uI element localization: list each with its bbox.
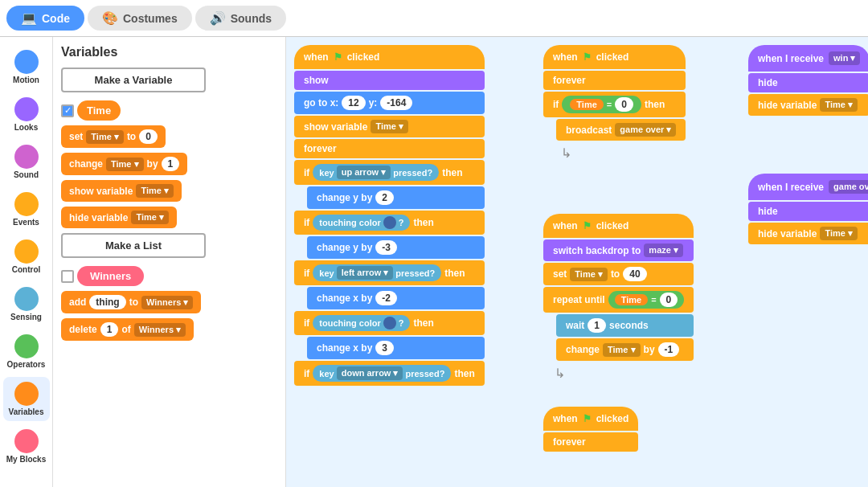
time-checkbox[interactable]: ✓	[61, 104, 74, 117]
repeat-until-block[interactable]: repeat until Time = 0	[543, 287, 694, 313]
set-time-dropdown[interactable]: Time ▾	[86, 130, 124, 144]
show-block[interactable]: show	[294, 71, 485, 90]
when-clicked-hat-3[interactable]: when ⚑ clicked	[543, 214, 694, 238]
show-variable-time-block[interactable]: show variable Time ▾	[294, 116, 485, 137]
forever-block-1[interactable]: forever	[294, 139, 485, 158]
group-forever-bottom: when ⚑ clicked forever	[543, 407, 638, 452]
flag-icon-2: ⚑	[583, 51, 592, 63]
group-main-movement: when ⚑ clicked show go to x: 12 y: -164 …	[294, 45, 485, 386]
change-y-2-block[interactable]: change y by 2	[307, 186, 485, 209]
show-variable-dropdown[interactable]: Time ▾	[136, 184, 174, 198]
if-touching-color-2-block[interactable]: if touching color ? then	[294, 311, 485, 335]
code-canvas[interactable]: when ⚑ clicked show go to x: 12 y: -164 …	[286, 37, 868, 487]
change-x-3-block[interactable]: change x by 3	[307, 337, 485, 359]
time-variable-block[interactable]: Time	[77, 100, 121, 121]
when-receive-gameover-hat[interactable]: when I receive game over ▾	[748, 174, 868, 200]
delete-winners-dropdown[interactable]: Winners ▾	[134, 323, 186, 337]
hide-variable-dropdown[interactable]: Time ▾	[131, 211, 169, 224]
if-down-arrow-block[interactable]: if key down arrow ▾ pressed? then	[294, 361, 485, 386]
tab-sounds[interactable]: 🔊 Sounds	[195, 6, 286, 31]
show-variable-block-row: show variable Time ▾	[61, 180, 277, 202]
change-time-dropdown[interactable]: Time ▾	[106, 158, 144, 171]
color-circle-1	[383, 216, 396, 229]
switch-backdrop-block[interactable]: switch backdrop to maze ▾	[543, 239, 694, 261]
sidebar-item-variables[interactable]: Variables	[3, 377, 50, 421]
hide-variable-time-block-1[interactable]: hide variable Time ▾	[748, 94, 868, 116]
sidebar-item-sensing[interactable]: Sensing	[3, 282, 50, 326]
c-block-end-1: ↳	[556, 141, 686, 166]
make-list-button[interactable]: Make a List	[61, 233, 206, 258]
sidebar-label-looks: Looks	[14, 123, 38, 132]
broadcast-game-over-block[interactable]: broadcast game over ▾	[556, 119, 686, 141]
sidebar-label-sound: Sound	[14, 170, 39, 179]
if-up-arrow-block[interactable]: if key up arrow ▾ pressed? then	[294, 160, 485, 185]
hide-variable-time-block-2[interactable]: hide variable Time ▾	[748, 223, 868, 244]
change-y-neg3-block[interactable]: change y by -3	[307, 236, 485, 259]
motion-icon	[14, 50, 39, 74]
time-variable-row: ✓ Time	[61, 100, 277, 121]
sidebar-label-events: Events	[13, 218, 39, 227]
if-touching-color-1-block[interactable]: if touching color ? then	[294, 211, 485, 235]
winners-variable-row: Winners	[61, 266, 277, 286]
canvas-inner: when ⚑ clicked show go to x: 12 y: -164 …	[286, 37, 868, 487]
add-thing-block-row: add thing to Winners ▾	[61, 291, 277, 313]
wait-1-seconds-block[interactable]: wait 1 seconds	[556, 314, 694, 337]
tab-code[interactable]: 💻 Code	[6, 6, 84, 31]
hide-block-2[interactable]: hide	[748, 202, 868, 221]
c-block-end-2: ↳	[550, 361, 694, 386]
tab-costumes[interactable]: 🎨 Costumes	[88, 6, 192, 31]
show-variable-block[interactable]: show variable Time ▾	[61, 180, 182, 202]
delete-block-row: delete 1 of Winners ▾	[61, 318, 277, 341]
group-win-receive: when I receive win ▾ hide hide variable …	[748, 45, 868, 116]
flag-icon-4: ⚑	[583, 413, 592, 424]
if-time-zero-block[interactable]: if Time = 0 then	[543, 92, 686, 117]
operators-icon	[14, 334, 39, 358]
tab-code-label: Code	[42, 12, 70, 25]
sidebar-item-control[interactable]: Control	[3, 235, 50, 279]
sidebar-item-operators[interactable]: Operators	[3, 329, 50, 374]
hide-variable-block-row: hide variable Time ▾	[61, 207, 277, 228]
group-gameover-receive: when I receive game over ▾ hide hide var…	[748, 174, 868, 244]
sidebar-label-sensing: Sensing	[10, 313, 42, 321]
goto-block[interactable]: go to x: 12 y: -164	[294, 92, 485, 114]
delete-of-winners-block[interactable]: delete 1 of Winners ▾	[61, 318, 194, 341]
add-to-winners-dropdown[interactable]: Winners ▾	[141, 296, 193, 309]
sidebar-label-myblocks: My Blocks	[6, 455, 46, 464]
myblocks-icon	[14, 429, 39, 453]
hide-block-1[interactable]: hide	[748, 73, 868, 92]
sidebar-item-myblocks[interactable]: My Blocks	[3, 424, 50, 469]
sidebar-item-looks[interactable]: Looks	[3, 92, 50, 137]
color-circle-2	[383, 317, 396, 329]
time-equals-zero-condition: Time = 0	[562, 96, 641, 113]
when-clicked-hat-2[interactable]: when ⚑ clicked	[543, 45, 686, 69]
set-time-40-block[interactable]: set Time ▾ to 40	[543, 263, 694, 285]
when-clicked-hat-4[interactable]: when ⚑ clicked	[543, 407, 638, 431]
sound-icon	[14, 145, 39, 169]
main-layout: Motion Looks Sound Events Control Sensin…	[0, 37, 868, 487]
set-time-block[interactable]: set Time ▾ to 0	[61, 125, 166, 148]
change-time-neg1-block[interactable]: change Time ▾ by -1	[556, 338, 694, 361]
winners-checkbox[interactable]	[61, 270, 74, 283]
sidebar-item-motion[interactable]: Motion	[3, 45, 50, 89]
when-clicked-hat-1[interactable]: when ⚑ clicked	[294, 45, 485, 69]
sounds-icon: 🔊	[210, 10, 226, 26]
hide-variable-block[interactable]: hide variable Time ▾	[61, 207, 177, 228]
make-variable-button[interactable]: Make a Variable	[61, 68, 206, 92]
change-time-block-row: change Time ▾ by 1	[61, 153, 277, 175]
change-x-neg2-block[interactable]: change x by -2	[307, 287, 485, 309]
if-left-arrow-block[interactable]: if key left arrow ▾ pressed? then	[294, 260, 485, 285]
time-zero-until-condition: Time = 0	[608, 291, 685, 309]
costumes-icon: 🎨	[102, 10, 118, 26]
add-thing-block[interactable]: add thing to Winners ▾	[61, 291, 201, 313]
forever-block-3[interactable]: forever	[543, 432, 638, 452]
up-arrow-condition: key up arrow ▾ pressed?	[313, 164, 439, 181]
forever-block-2[interactable]: forever	[543, 71, 686, 90]
sensing-icon	[14, 287, 39, 311]
tab-sounds-label: Sounds	[231, 12, 272, 25]
when-receive-win-hat[interactable]: when I receive win ▾	[748, 45, 868, 72]
change-time-block[interactable]: change Time ▾ by 1	[61, 153, 187, 175]
sidebar-item-events[interactable]: Events	[3, 187, 50, 231]
sidebar-item-sound[interactable]: Sound	[3, 140, 50, 184]
group-timer-check: when ⚑ clicked forever if Time = 0 then …	[543, 45, 686, 166]
winners-variable-block[interactable]: Winners	[77, 266, 144, 286]
